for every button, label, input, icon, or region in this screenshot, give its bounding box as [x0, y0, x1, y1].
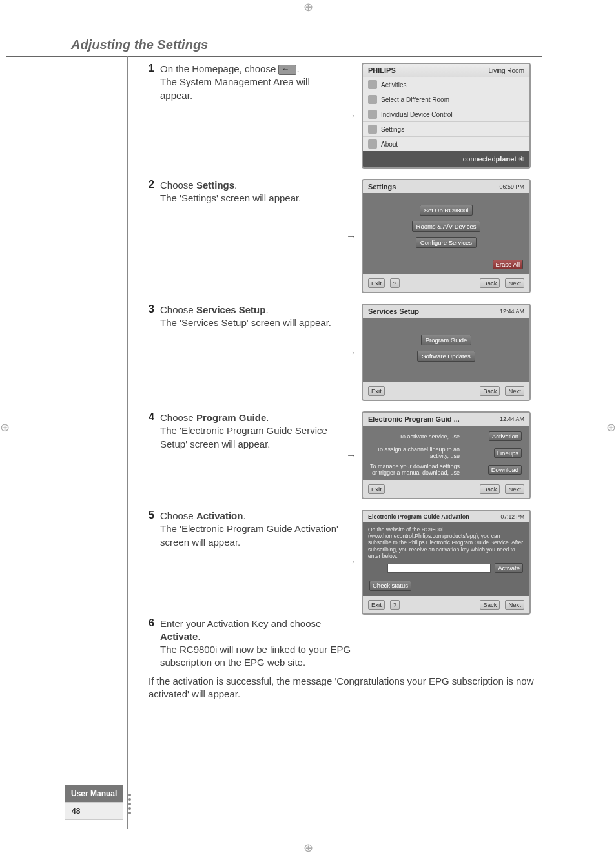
step-text: Choose Program Guide. The 'Electronic Pr… — [160, 411, 341, 451]
menu-label: Select a Different Room — [381, 96, 449, 103]
gear-icon — [368, 125, 377, 134]
clock-label: 12:44 AM — [500, 308, 524, 314]
screenshot-services-setup: Services Setup 12:44 AM Program Guide So… — [362, 304, 531, 401]
erase-all-button[interactable]: Erase All — [493, 260, 524, 269]
pointer-arrow-icon: → — [341, 110, 362, 121]
hint-label: To activate service, use — [369, 433, 460, 440]
hint-label: To manage your download settings or trig… — [369, 463, 460, 476]
back-button[interactable]: Back — [480, 600, 500, 610]
registration-mark: ⊕ — [0, 420, 10, 435]
step-number: 2 — [149, 179, 160, 191]
exit-button[interactable]: Exit — [368, 278, 385, 288]
screen-title: Settings — [368, 183, 396, 191]
screenshot-epg-activation: Electronic Program Guide Activation 07:1… — [362, 510, 531, 615]
menu-item-device-control[interactable]: Individual Device Control — [363, 107, 529, 121]
program-guide-button[interactable]: Program Guide — [421, 335, 471, 345]
door-icon — [368, 95, 377, 104]
menu-label: About — [381, 141, 398, 148]
brand-label: PHILIPS — [368, 67, 396, 74]
setup-rc9800i-button[interactable]: Set Up RC9800i — [420, 205, 473, 216]
user-manual-label: User Manual — [65, 785, 123, 802]
lineups-button[interactable]: Lineups — [494, 448, 522, 458]
room-label: Living Room — [488, 67, 524, 74]
closing-text: If the activation is successful, the mes… — [149, 675, 545, 701]
back-button[interactable]: Back — [480, 278, 500, 288]
exit-button[interactable]: Exit — [368, 386, 385, 396]
menu-item-activities[interactable]: Activities — [363, 77, 529, 92]
step-text: Choose Services Setup. The 'Services Set… — [160, 304, 341, 330]
pointer-arrow-icon: → — [341, 347, 362, 358]
page-number: 48 — [65, 802, 123, 820]
configure-services-button[interactable]: Configure Services — [416, 237, 477, 248]
clock-label: 07:12 PM — [501, 513, 524, 520]
exit-button[interactable]: Exit — [368, 600, 385, 610]
connected-planet-footer: connectedplanet ✳ — [363, 151, 529, 167]
menu-label: Settings — [381, 126, 404, 133]
activation-key-input[interactable] — [387, 564, 491, 573]
menu-label: Activities — [381, 81, 406, 88]
step-text: Enter your Activation Key and choose Act… — [160, 617, 354, 670]
step-text: Choose Activation. The 'Electronic Progr… — [160, 510, 341, 549]
menu-label: Individual Device Control — [381, 111, 453, 118]
remote-icon — [368, 110, 377, 119]
registration-mark: ⊕ — [303, 0, 313, 14]
home-arrow-icon — [278, 65, 296, 75]
section-heading: Adjusting the Settings — [71, 37, 545, 52]
next-button[interactable]: Next — [505, 278, 524, 288]
exit-button[interactable]: Exit — [368, 484, 385, 494]
activation-instructions: On the website of the RC9800i (www.homec… — [368, 526, 524, 559]
divider — [6, 56, 542, 57]
menu-item-settings[interactable]: Settings — [363, 121, 529, 136]
screenshot-settings: Settings 06:59 PM Set Up RC9800i Rooms &… — [362, 179, 531, 293]
back-button[interactable]: Back — [480, 484, 500, 494]
screen-title: Services Setup — [368, 307, 419, 315]
step-line: The System Management Area will appear. — [160, 76, 310, 100]
pointer-arrow-icon: → — [341, 231, 362, 242]
next-button[interactable]: Next — [505, 484, 524, 494]
pointer-arrow-icon: → — [341, 449, 362, 461]
step-number: 3 — [149, 304, 160, 315]
menu-item-about[interactable]: About — [363, 136, 529, 151]
screen-title: Electronic Program Guide Activation — [368, 513, 469, 520]
crop-mark — [15, 832, 28, 845]
hint-label: To assign a channel lineup to an activit… — [369, 446, 460, 459]
back-button[interactable]: Back — [480, 386, 500, 396]
next-button[interactable]: Next — [505, 600, 524, 610]
step-text: On the Homepage, choose . The System Man… — [160, 63, 341, 102]
step-number: 6 — [149, 617, 160, 629]
clock-label: 12:44 AM — [500, 416, 524, 422]
activate-button[interactable]: Activate — [495, 563, 523, 573]
rooms-devices-button[interactable]: Rooms & A/V Devices — [412, 221, 481, 232]
download-button[interactable]: Download — [488, 465, 522, 475]
step-number: 4 — [149, 411, 160, 423]
step-number: 1 — [149, 63, 160, 74]
help-button[interactable]: ? — [390, 278, 400, 288]
screenshot-epg-setup: Electronic Program Guid ... 12:44 AM To … — [362, 411, 531, 499]
info-icon — [368, 139, 377, 149]
registration-mark: ⊕ — [303, 841, 313, 855]
crop-mark — [588, 10, 601, 23]
registration-mark: ⊕ — [606, 420, 616, 435]
screen-title: Electronic Program Guid ... — [368, 415, 460, 423]
crop-mark — [588, 832, 601, 845]
clock-label: 06:59 PM — [499, 183, 524, 190]
star-icon — [368, 80, 377, 89]
pointer-arrow-icon: → — [341, 556, 362, 568]
screenshot-home: PHILIPS Living Room Activities Select a … — [362, 63, 531, 169]
step-number: 5 — [149, 510, 160, 521]
help-button[interactable]: ? — [390, 600, 400, 610]
check-status-button[interactable]: Check status — [369, 581, 411, 590]
next-button[interactable]: Next — [505, 386, 524, 396]
step-line: On the Homepage, choose — [160, 63, 278, 74]
menu-item-select-room[interactable]: Select a Different Room — [363, 92, 529, 107]
decorative-dots — [128, 794, 131, 814]
step-text: Choose Settings. The 'Settings' screen w… — [160, 179, 341, 205]
crop-mark — [15, 10, 28, 23]
margin-rule — [127, 56, 128, 829]
software-updates-button[interactable]: Software Updates — [417, 351, 475, 362]
activation-button[interactable]: Activation — [489, 431, 522, 441]
